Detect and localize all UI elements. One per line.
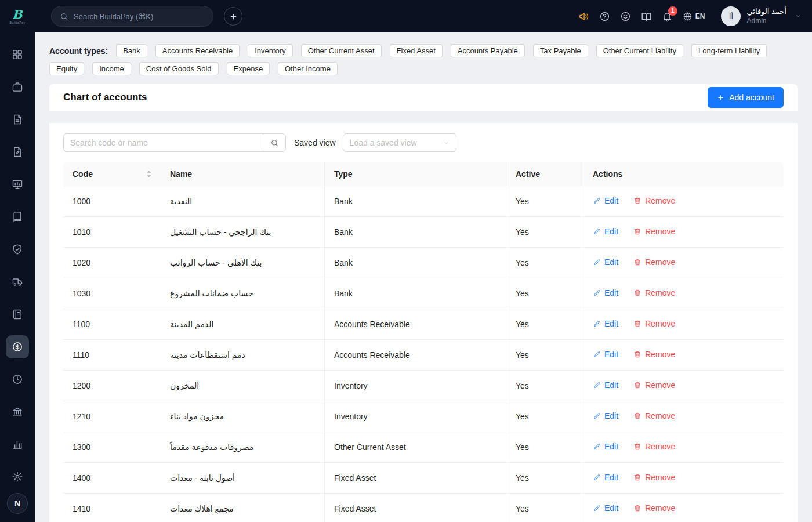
sidebar-item-dashboard[interactable] bbox=[6, 43, 29, 66]
sidebar-bottom-badge[interactable]: N bbox=[7, 493, 28, 514]
sidebar-item-contracts[interactable] bbox=[6, 140, 29, 164]
search-icon bbox=[270, 139, 279, 147]
cell-name: بنك الراجحي - حساب التشغيل bbox=[161, 217, 325, 248]
sidebar-item-time[interactable] bbox=[6, 368, 29, 391]
account-type-chip[interactable]: Equity bbox=[49, 62, 84, 75]
table-search-input[interactable] bbox=[63, 133, 263, 152]
docs-icon bbox=[641, 11, 652, 22]
remove-button[interactable]: Remove bbox=[633, 380, 675, 390]
account-type-chip[interactable]: Other Current Liability bbox=[596, 44, 683, 57]
cell-type: Accounts Receivable bbox=[325, 309, 506, 340]
remove-label: Remove bbox=[645, 288, 675, 298]
sidebar-item-finance[interactable] bbox=[6, 335, 29, 358]
remove-button[interactable]: Remove bbox=[633, 411, 675, 420]
accounts-table: Code Name Type Active Actions 1000النقد bbox=[63, 162, 784, 522]
table-search bbox=[63, 133, 286, 152]
table-search-button[interactable] bbox=[263, 133, 286, 152]
edit-button[interactable]: Edit bbox=[593, 503, 618, 513]
account-type-chip[interactable]: Accounts Payable bbox=[451, 44, 525, 57]
account-type-chip[interactable]: Tax Payable bbox=[533, 44, 588, 57]
sidebar-item-journal[interactable] bbox=[6, 303, 29, 326]
remove-button[interactable]: Remove bbox=[633, 473, 675, 482]
cell-name: مجمع اهلاك معدات bbox=[161, 494, 325, 522]
pen-icon bbox=[593, 473, 601, 481]
user-menu[interactable]: أا أحمد الوفائي Admin bbox=[721, 6, 802, 26]
sidebar-item-analytics[interactable] bbox=[6, 433, 29, 456]
sort-icon bbox=[147, 171, 151, 177]
announcements-button[interactable] bbox=[574, 6, 594, 27]
account-type-chip[interactable]: Other Income bbox=[278, 62, 338, 75]
sidebar-item-vehicles[interactable] bbox=[6, 270, 29, 293]
account-type-chip[interactable]: Accounts Receivable bbox=[155, 44, 240, 57]
cell-name: حساب ضمانات المشروع bbox=[161, 278, 325, 309]
edit-button[interactable]: Edit bbox=[593, 319, 618, 328]
sidebar-item-reports[interactable] bbox=[6, 173, 29, 196]
sidebar-item-documents[interactable] bbox=[6, 108, 29, 131]
remove-button[interactable]: Remove bbox=[633, 319, 675, 328]
add-account-button[interactable]: Add account bbox=[708, 87, 784, 108]
account-type-chip[interactable]: Long-term Liability bbox=[691, 44, 767, 57]
docs-button[interactable] bbox=[636, 6, 657, 27]
brand-name: BuildaPay bbox=[9, 21, 25, 24]
edit-button[interactable]: Edit bbox=[593, 258, 618, 267]
edit-label: Edit bbox=[604, 350, 618, 359]
account-type-chip[interactable]: Other Current Asset bbox=[301, 44, 382, 57]
remove-button[interactable]: Remove bbox=[633, 288, 675, 298]
column-header-active: Active bbox=[506, 162, 583, 186]
cell-type: Bank bbox=[325, 278, 506, 309]
sidebar-item-projects[interactable] bbox=[6, 75, 29, 99]
remove-button[interactable]: Remove bbox=[633, 196, 675, 205]
remove-button[interactable]: Remove bbox=[633, 350, 675, 359]
remove-button[interactable]: Remove bbox=[633, 442, 675, 451]
account-type-chip[interactable]: Cost of Goods Sold bbox=[139, 62, 219, 75]
edit-button[interactable]: Edit bbox=[593, 473, 618, 482]
remove-button[interactable]: Remove bbox=[633, 258, 675, 267]
brand-logo[interactable]: B BuildaPay bbox=[0, 9, 35, 24]
help-button[interactable] bbox=[594, 6, 615, 27]
cell-actions: EditRemove bbox=[583, 217, 784, 248]
remove-button[interactable]: Remove bbox=[633, 227, 675, 236]
remove-label: Remove bbox=[645, 380, 675, 390]
column-header-code[interactable]: Code bbox=[63, 162, 161, 186]
account-type-chip[interactable]: Income bbox=[92, 62, 131, 75]
feedback-button[interactable] bbox=[615, 6, 636, 27]
cell-active: Yes bbox=[506, 494, 583, 522]
global-search bbox=[51, 6, 213, 27]
remove-label: Remove bbox=[645, 258, 675, 267]
bank-icon bbox=[12, 406, 23, 418]
edit-button[interactable]: Edit bbox=[593, 380, 618, 390]
edit-button[interactable]: Edit bbox=[593, 288, 618, 298]
sidebar-item-settings[interactable] bbox=[6, 465, 29, 488]
remove-label: Remove bbox=[645, 473, 675, 482]
sidebar-item-compliance[interactable] bbox=[6, 238, 29, 261]
remove-label: Remove bbox=[645, 196, 675, 205]
language-button[interactable]: EN bbox=[678, 6, 710, 27]
edit-button[interactable]: Edit bbox=[593, 227, 618, 236]
sidebar-item-bank[interactable] bbox=[6, 400, 29, 423]
cell-type: Fixed Asset bbox=[325, 463, 506, 494]
edit-button[interactable]: Edit bbox=[593, 411, 618, 420]
documents-icon bbox=[12, 114, 23, 125]
global-search-input[interactable] bbox=[74, 12, 205, 21]
sidebar-items bbox=[6, 43, 29, 488]
table-row: 1110ذمم استقطاعات مدينةAccounts Receivab… bbox=[63, 340, 784, 371]
announcement-icon bbox=[578, 11, 589, 22]
account-type-chip[interactable]: Bank bbox=[116, 44, 147, 57]
column-header-name: Name bbox=[161, 162, 325, 186]
remove-button[interactable]: Remove bbox=[633, 503, 675, 513]
chart-of-accounts-card: Chart of accounts Add account bbox=[49, 84, 798, 522]
notifications-button[interactable]: 1 bbox=[657, 6, 678, 27]
account-type-chip[interactable]: Inventory bbox=[248, 44, 292, 57]
cell-actions: EditRemove bbox=[583, 371, 784, 401]
edit-button[interactable]: Edit bbox=[593, 442, 618, 451]
edit-button[interactable]: Edit bbox=[593, 350, 618, 359]
remove-label: Remove bbox=[645, 350, 675, 359]
saved-view-select[interactable]: Load a saved view bbox=[343, 133, 456, 152]
account-type-chip[interactable]: Expense bbox=[227, 62, 270, 75]
account-type-chip[interactable]: Fixed Asset bbox=[390, 44, 443, 57]
page-title: Chart of accounts bbox=[63, 92, 147, 103]
sidebar-item-ledger[interactable] bbox=[6, 205, 29, 229]
quick-create-button[interactable] bbox=[224, 7, 242, 26]
cell-code: 1400 bbox=[63, 463, 161, 494]
edit-button[interactable]: Edit bbox=[593, 196, 618, 205]
